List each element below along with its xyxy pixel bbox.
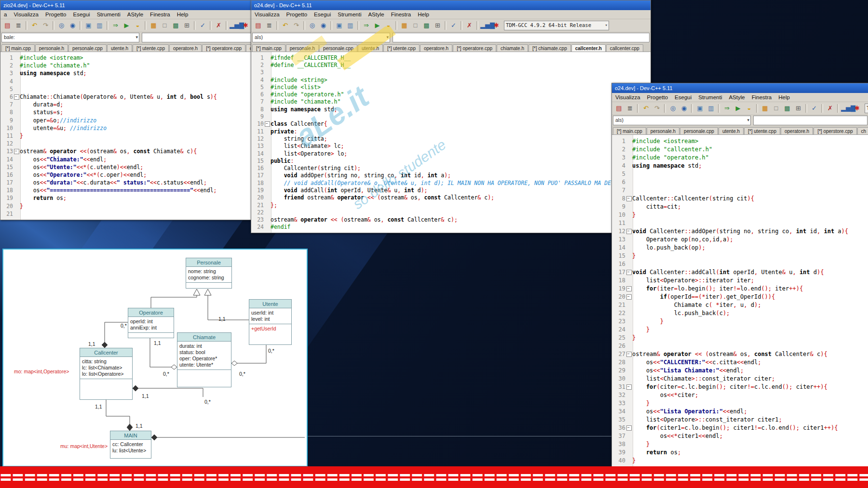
window-cascade-icon[interactable]: ⊞ [793, 103, 804, 114]
menu-astyle[interactable]: AStyle [124, 11, 147, 18]
title-bar[interactable]: o24.dev] - Dev-C++ 5.11 [251, 0, 651, 10]
goto-line-icon[interactable]: ▣ [83, 20, 94, 31]
replace-icon[interactable]: ◉ [318, 20, 329, 31]
menu-strumenti[interactable]: Strumenti [695, 93, 725, 101]
title-bar[interactable]: o24.dev] - Dev-C++ 5.11 [612, 83, 868, 93]
abort-icon[interactable]: ✗ [825, 103, 836, 114]
tab-personale.cpp[interactable]: personale.cpp [68, 44, 107, 52]
menu-a[interactable]: a [0, 11, 10, 18]
menu-astyle[interactable]: AStyle [725, 93, 748, 101]
find-icon[interactable]: ◎ [667, 103, 678, 114]
class-browser-combo[interactable]: als)▾ [613, 116, 751, 125]
tab-operstore.cpp[interactable]: [*] operstore.cpp [814, 127, 856, 134]
tab-operatore.h[interactable]: operatore.h [169, 44, 202, 52]
tab-chiamate.h[interactable]: chiamate.h [497, 44, 528, 52]
tab-utente.h[interactable]: utente.h [358, 44, 383, 52]
tab-callcenter.cpp[interactable]: callcenter.cpp [606, 44, 643, 52]
print-icon[interactable]: ≣ [13, 20, 24, 31]
tab-operatore.cpp[interactable]: [*] operatore.cpp [202, 44, 245, 52]
tab-personale.cpp[interactable]: personale.cpp [319, 44, 357, 52]
print-icon[interactable]: ≣ [624, 103, 636, 114]
window-grid-icon[interactable]: ▦ [760, 103, 771, 114]
menu-esegui[interactable]: Esegui [311, 11, 334, 18]
replace-icon[interactable]: ◉ [67, 20, 78, 31]
compiler-combo[interactable]: TDM-GCC 4.9.2 64-bit Release▾ [865, 104, 868, 113]
new-file-icon[interactable]: ▤ [253, 20, 264, 31]
debug-icon[interactable]: ◒ [744, 103, 755, 114]
find-icon[interactable]: ◎ [307, 20, 318, 31]
new-file-icon[interactable]: ▤ [613, 103, 624, 114]
tab-utente.cpp[interactable]: [*] utente.cpp [383, 44, 420, 52]
menu-finestra[interactable]: Finestra [388, 11, 415, 18]
window-tile-icon[interactable]: ▩ [421, 20, 432, 31]
profile-chart-icon[interactable]: ▂▅▇ [841, 103, 852, 114]
syntax-check-icon[interactable]: ✓ [448, 20, 459, 31]
menu-help[interactable]: Help [775, 93, 793, 101]
menu-progetto[interactable]: Progetto [42, 11, 69, 18]
menu-visualizza[interactable]: Visualizza [612, 93, 644, 101]
tab-utente.cpp[interactable]: [*] utente.cpp [133, 44, 169, 52]
member-combo[interactable] [142, 33, 251, 42]
tab-main.cpp[interactable]: [*] main.cpp [252, 44, 285, 52]
compiler-combo[interactable]: TDM-GCC 4.9.2 64-bit Release▾ [504, 21, 609, 30]
run-icon[interactable]: ▶ [372, 20, 383, 31]
debug-icon[interactable]: ◒ [383, 20, 394, 31]
tab-operatore.cpp[interactable]: [*] operatore.cpp [453, 44, 496, 52]
stop-profiling-icon[interactable]: ✱ [240, 20, 251, 31]
menu-astyle[interactable]: AStyle [365, 11, 387, 18]
class-browser-combo[interactable]: bale:▾ [1, 33, 139, 42]
tab-personale.h[interactable]: personale.h [286, 44, 319, 52]
bookmark-icon[interactable]: ▥ [345, 20, 356, 31]
compile-icon[interactable]: ⇒ [361, 20, 372, 31]
undo-icon[interactable]: ↶ [640, 103, 651, 114]
undo-icon[interactable]: ↶ [280, 20, 291, 31]
redo-icon[interactable]: ↷ [40, 20, 51, 31]
stop-profiling-icon[interactable]: ✱ [491, 20, 502, 31]
menu-help[interactable]: Help [414, 11, 433, 18]
compile-icon[interactable]: ⇒ [110, 20, 121, 31]
menu-esegui[interactable]: Esegui [69, 11, 93, 18]
tab-utente.h[interactable]: utente.h [719, 127, 744, 134]
window-tile-icon[interactable]: ▩ [170, 20, 181, 31]
tab-utente.h[interactable]: utente.h [107, 44, 132, 52]
abort-icon[interactable]: ✗ [464, 20, 475, 31]
redo-icon[interactable]: ↷ [651, 103, 663, 114]
syntax-check-icon[interactable]: ✓ [197, 20, 208, 31]
tab-main.cpp[interactable]: [*] main.cpp [613, 127, 646, 134]
window-single-icon[interactable]: □ [771, 103, 782, 114]
window-grid-icon[interactable]: ▦ [148, 20, 159, 31]
tab-callcenter.h[interactable]: callcenter.h [571, 44, 606, 52]
run-icon[interactable]: ▶ [121, 20, 132, 31]
new-file-icon[interactable]: ▤ [2, 20, 13, 31]
window-single-icon[interactable]: □ [410, 20, 421, 31]
member-combo[interactable] [393, 33, 650, 42]
tab-utente.cpp[interactable]: [*] utente.cpp [744, 127, 780, 134]
stop-profiling-icon[interactable]: ✱ [852, 103, 863, 114]
goto-line-icon[interactable]: ▣ [334, 20, 345, 31]
class-browser-combo[interactable]: als)▾ [252, 33, 390, 42]
menu-finestra[interactable]: Finestra [748, 93, 775, 101]
profile-chart-icon[interactable]: ▂▅▇ [229, 20, 240, 31]
replace-icon[interactable]: ◉ [678, 103, 690, 114]
window-tile-icon[interactable]: ▩ [782, 103, 793, 114]
syntax-check-icon[interactable]: ✓ [809, 103, 820, 114]
bookmark-icon[interactable]: ▥ [94, 20, 105, 31]
tab-operatore.h[interactable]: operatore.h [781, 127, 813, 134]
window-grid-icon[interactable]: ▦ [399, 20, 410, 31]
debug-icon[interactable]: ◒ [132, 20, 143, 31]
window-single-icon[interactable]: □ [159, 20, 170, 31]
profile-chart-icon[interactable]: ▂▅▇ [480, 20, 491, 31]
menu-esegui[interactable]: Esegui [671, 93, 695, 101]
compile-icon[interactable]: ⇒ [721, 103, 732, 114]
menu-progetto[interactable]: Progetto [283, 11, 311, 18]
bookmark-icon[interactable]: ▥ [705, 103, 717, 114]
member-combo[interactable] [753, 116, 868, 125]
menu-visualizza[interactable]: Visualizza [251, 11, 283, 18]
code-editor[interactable]: 1#include <iostream>2#include "callcente… [612, 135, 868, 488]
tab-personale.h[interactable]: personale.h [647, 127, 679, 134]
menu-help[interactable]: Help [174, 11, 192, 18]
abort-icon[interactable]: ✗ [213, 20, 224, 31]
goto-line-icon[interactable]: ▣ [694, 103, 705, 114]
menu-progetto[interactable]: Progetto [644, 93, 671, 101]
tab-main.cpp[interactable]: [*] main.cpp [1, 44, 35, 52]
